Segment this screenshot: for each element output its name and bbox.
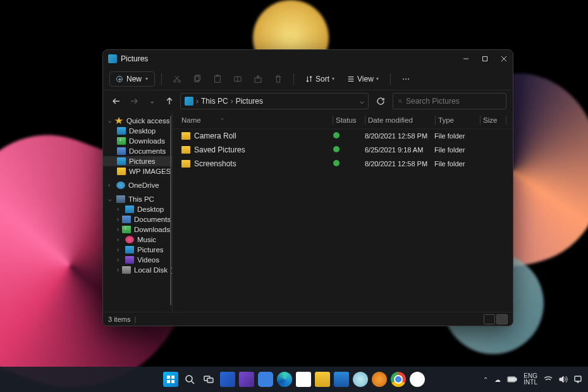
file-explorer-icon[interactable]	[315, 372, 330, 387]
table-row[interactable]: Camera Roll 8/20/2021 12:58 PM File fold…	[179, 129, 506, 143]
sidebar-item-pc-desktop[interactable]: ›Desktop	[103, 204, 172, 214]
maximize-button[interactable]	[481, 52, 489, 66]
start-button[interactable]	[163, 372, 178, 387]
edge-icon[interactable]	[277, 372, 292, 387]
documents-icon	[117, 147, 126, 155]
chrome-icon[interactable]	[391, 372, 406, 387]
file-name: Saved Pictures	[194, 145, 333, 154]
sidebar-item-wp-images[interactable]: WP IMAGES	[103, 166, 172, 176]
column-size[interactable]: Size	[481, 114, 506, 126]
file-date: 6/25/2021 9:18 AM	[365, 146, 434, 154]
navigation-bar: ⌵ › This PC › Pictures ⌵	[103, 90, 513, 112]
sidebar-item-onedrive[interactable]: ›OneDrive	[103, 180, 172, 190]
taskbar-center	[163, 372, 425, 387]
expand-icon: ›	[108, 182, 113, 188]
back-button[interactable]	[109, 94, 123, 108]
taskbar-app-icon[interactable]	[258, 372, 273, 387]
titlebar[interactable]: Pictures	[103, 50, 513, 68]
column-date[interactable]: Date modified	[365, 114, 435, 126]
onedrive-icon	[116, 181, 125, 189]
column-divider[interactable]	[506, 116, 506, 125]
file-rows: Camera Roll 8/20/2021 12:58 PM File fold…	[173, 129, 513, 171]
store-icon[interactable]	[296, 372, 311, 387]
address-dropdown[interactable]: ⌵	[360, 97, 364, 106]
table-row[interactable]: Saved Pictures 6/25/2021 9:18 AM File fo…	[179, 143, 506, 157]
sort-button[interactable]: Sort ▾	[300, 72, 340, 86]
view-button[interactable]: View ▾	[342, 72, 384, 86]
svg-point-18	[399, 100, 401, 102]
language-indicator[interactable]: ENGINTL	[524, 373, 537, 386]
pictures-icon	[125, 246, 134, 254]
sidebar-item-pc-documents[interactable]: ›Documents	[103, 214, 172, 224]
taskbar-app-icon[interactable]	[353, 372, 368, 387]
notifications-icon[interactable]	[574, 376, 582, 383]
address-bar[interactable]: › This PC › Pictures ⌵	[180, 93, 369, 109]
navigation-pane[interactable]: ⌵Quick access Desktop Downloads Document…	[103, 112, 173, 312]
onedrive-tray-icon[interactable]: ☁	[494, 376, 501, 383]
up-button[interactable]	[162, 94, 176, 108]
taskbar-app-icon[interactable]	[372, 372, 387, 387]
battery-icon[interactable]	[507, 376, 517, 383]
svg-rect-30	[508, 377, 515, 381]
minimize-button[interactable]	[462, 52, 470, 66]
table-row[interactable]: Screenshots 8/20/2021 12:58 PM File fold…	[179, 157, 506, 171]
sidebar-item-quick-access[interactable]: ⌵Quick access	[103, 116, 172, 126]
sidebar-item-desktop[interactable]: Desktop	[103, 126, 172, 136]
volume-icon[interactable]	[559, 376, 568, 383]
column-name[interactable]: Name⌃	[179, 114, 333, 126]
recent-button[interactable]: ⌵	[145, 94, 159, 108]
paste-button[interactable]	[209, 70, 226, 88]
sidebar-item-pc-downloads[interactable]: ›Downloads	[103, 224, 172, 235]
thumbnails-view-button[interactable]	[496, 314, 508, 324]
sidebar-item-documents[interactable]: Documents	[103, 146, 172, 156]
task-view-button[interactable]	[201, 372, 216, 387]
breadcrumb-item[interactable]: Pictures	[236, 97, 263, 106]
synced-icon	[333, 160, 340, 166]
new-button[interactable]: New ▾	[109, 71, 155, 87]
window-title: Pictures	[121, 54, 148, 63]
sidebar-item-pc-localdisk[interactable]: ›Local Disk (C:)	[103, 265, 172, 275]
more-button[interactable]: ⋯	[397, 70, 415, 88]
sidebar-item-pictures[interactable]: Pictures	[103, 156, 172, 166]
system-tray[interactable]: ⌃ ☁ ENGINTL	[483, 373, 582, 386]
expand-icon: ›	[117, 247, 122, 253]
file-list-pane: Name⌃ Status Date modified Type Size Cam…	[173, 112, 513, 312]
search-icon	[398, 97, 402, 105]
delete-button[interactable]	[269, 70, 287, 88]
tray-overflow-icon[interactable]: ⌃	[483, 376, 488, 383]
svg-rect-23	[171, 380, 175, 383]
taskbar-app-icon[interactable]	[410, 372, 425, 387]
cut-button[interactable]	[168, 70, 186, 88]
file-name: Camera Roll	[194, 132, 333, 140]
search-button[interactable]	[182, 372, 197, 387]
search-input[interactable]	[406, 97, 501, 106]
sidebar-item-pc-pictures[interactable]: ›Pictures	[103, 245, 172, 255]
collapse-icon: ⌵	[108, 196, 113, 202]
sidebar-item-pc-music[interactable]: ›Music	[103, 235, 172, 245]
column-type[interactable]: Type	[436, 114, 480, 126]
column-status[interactable]: Status	[333, 114, 365, 126]
widgets-button[interactable]	[220, 372, 235, 387]
share-button[interactable]	[249, 70, 267, 88]
forward-button[interactable]	[127, 94, 141, 108]
details-view-button[interactable]	[484, 314, 495, 324]
taskbar-app-icon[interactable]	[239, 372, 254, 387]
pictures-icon	[108, 54, 117, 63]
downloads-icon	[122, 226, 131, 233]
rename-button[interactable]	[229, 70, 247, 88]
refresh-button[interactable]	[372, 93, 389, 109]
wifi-icon[interactable]	[544, 376, 553, 383]
copy-button[interactable]	[188, 70, 206, 88]
sidebar-item-this-pc[interactable]: ⌵This PC	[103, 194, 172, 204]
mail-icon[interactable]	[334, 372, 349, 387]
sidebar-item-pc-videos[interactable]: ›Videos	[103, 255, 172, 265]
taskbar[interactable]: ⌃ ☁ ENGINTL	[0, 367, 588, 392]
breadcrumb-separator: ›	[231, 97, 233, 106]
command-toolbar: New ▾ Sort ▾ View ▾ ⋯	[103, 68, 513, 90]
file-type: File folder	[434, 160, 479, 168]
search-box[interactable]	[393, 93, 506, 109]
breadcrumb-item[interactable]: This PC	[201, 97, 228, 106]
sidebar-item-downloads[interactable]: Downloads	[103, 136, 172, 146]
file-status	[333, 159, 365, 168]
close-button[interactable]	[500, 52, 508, 66]
